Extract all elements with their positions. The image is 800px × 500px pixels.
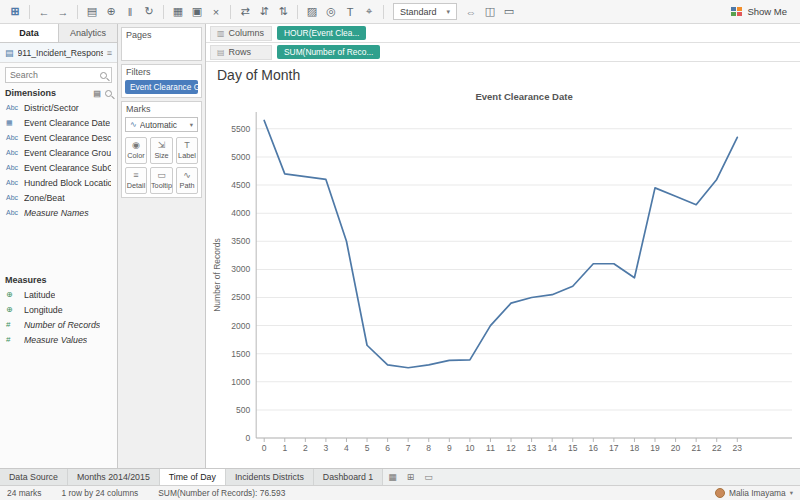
refresh-icon[interactable]: ↻ [140,3,158,21]
save-icon[interactable]: ▤ [83,3,101,21]
mark-button-label: Detail [127,181,146,190]
abc-icon: Abc [6,209,21,216]
tab-data-source[interactable]: Data Source [0,469,68,485]
undo-icon[interactable]: ← [35,3,53,21]
measure-field[interactable]: #Measure Values [0,332,117,347]
svg-text:10: 10 [465,443,475,453]
measures-header: Measures [0,272,117,287]
avatar [715,488,725,498]
dimension-field[interactable]: AbcHundred Block Location [0,175,117,190]
datasource-item[interactable]: ▤ 911_Incident_Respons... ≡ [0,43,117,63]
data-pane: Data Analytics ▤ 911_Incident_Respons...… [0,24,118,468]
filter-pill[interactable]: Event Clearance Grou... [125,80,198,94]
dimension-field[interactable]: AbcDistrict/Sector [0,100,117,115]
detail-button[interactable]: ≡Detail [125,167,147,194]
find-field-icon[interactable] [105,90,112,97]
pages-shelf[interactable]: Pages [121,27,202,61]
show-me-button[interactable]: Show Me [724,4,794,19]
dimension-field[interactable]: AbcZone/Beat [0,190,117,205]
svg-text:5: 5 [365,443,370,453]
number-icon: # [6,335,21,344]
pause-updates-icon[interactable]: ‖ [121,3,139,21]
swap-icon[interactable]: ⇄ [236,3,254,21]
label-button[interactable]: TLabel [176,137,198,164]
color-button[interactable]: ◉Color [125,137,147,164]
columns-shelf-label: ▥ Columns [210,26,272,41]
toolbar-icons: ⊞←→▤⊕‖↻▦▣×⇄⇵⇅▨◎T⌖Standard▾⇔◫▭ [6,3,518,21]
new-worksheet-tab-icon[interactable]: ▦ [383,469,402,485]
search-input[interactable] [10,70,100,80]
svg-text:1500: 1500 [231,349,250,359]
sort-descending-icon[interactable]: ⇅ [274,3,292,21]
field-label: Longitude [24,305,63,315]
svg-text:0: 0 [262,443,267,453]
chevron-down-icon: ▾ [447,8,451,16]
rows-pill[interactable]: SUM(Number of Reco... [277,45,380,59]
chart-area[interactable]: 0500100015002000250030003500400045005000… [206,88,800,468]
rows-label-text: Rows [229,47,252,57]
dimension-field[interactable]: AbcEvent Clearance SubGro... [0,160,117,175]
rows-shelf[interactable]: ▤ Rows SUM(Number of Reco... [206,43,800,62]
datasource-menu-icon[interactable]: ≡ [107,48,112,58]
size-button[interactable]: ⇲Size [150,137,173,164]
toolbar-separator [77,5,78,19]
svg-text:3500: 3500 [231,236,250,246]
dimension-field[interactable]: AbcEvent Clearance Group [0,145,117,160]
svg-text:19: 19 [650,443,660,453]
add-data-icon[interactable]: ⊕ [102,3,120,21]
tooltip-button[interactable]: ▭Tooltip [150,167,173,194]
tab-months-2014-2015[interactable]: Months 2014/2015 [68,469,160,485]
field-label: Number of Records [24,320,100,330]
tab-dashboard-1[interactable]: Dashboard 1 [314,469,383,485]
tableau-logo[interactable]: ⊞ [6,3,24,21]
size-icon: ⇲ [158,141,166,150]
datasource-name: 911_Incident_Respons... [18,48,103,58]
columns-shelf[interactable]: ▥ Columns HOUR(Event Clea... [206,24,800,43]
dimension-field[interactable]: ▦Event Clearance Date [0,115,117,130]
view-options-icon[interactable]: ▤ [93,89,101,98]
search-icon[interactable] [100,72,107,79]
tab-time-of-day[interactable]: Time of Day [160,469,226,485]
dimension-field[interactable]: AbcMeasure Names [0,205,117,220]
presentation-mode-icon[interactable]: ▭ [500,3,518,21]
redo-icon[interactable]: → [54,3,72,21]
fit-selector-label: Standard [400,7,437,17]
dimension-field[interactable]: AbcEvent Clearance Descrip... [0,130,117,145]
show-hide-cards-icon[interactable]: ◫ [481,3,499,21]
rows-shelf-label: ▤ Rows [210,45,272,60]
line-chart[interactable]: 0500100015002000250030003500400045005000… [206,88,800,468]
svg-text:2000: 2000 [231,321,250,331]
new-worksheet-icon[interactable]: ▦ [169,3,187,21]
new-dashboard-tab-icon[interactable]: ⊞ [402,469,420,485]
new-story-tab-icon[interactable]: ▭ [419,469,438,485]
group-members-icon[interactable]: ◎ [322,3,340,21]
mark-button-label: Color [127,151,144,160]
fit-width-icon[interactable]: ⇔ [462,3,480,21]
line-mark-icon: ∿ [130,120,137,129]
field-label: District/Sector [24,103,79,113]
fix-axes-icon[interactable]: ⌖ [360,3,378,21]
field-label: Measure Names [24,208,89,218]
path-button[interactable]: ∿Path [176,167,198,194]
tab-incidents-districts[interactable]: Incidents Districts [226,469,314,485]
abc-icon: Abc [6,164,21,171]
tab-data[interactable]: Data [0,24,59,42]
highlight-icon[interactable]: ▨ [303,3,321,21]
grid-size: 1 row by 24 columns [61,488,138,498]
clear-sheet-icon[interactable]: × [207,3,225,21]
svg-text:22: 22 [712,443,722,453]
sort-ascending-icon[interactable]: ⇵ [255,3,273,21]
user-menu[interactable]: Malia Imayama ▾ [715,488,793,498]
columns-pill[interactable]: HOUR(Event Clea... [277,26,366,40]
filters-shelf[interactable]: Filters Event Clearance Grou... [121,64,202,98]
duplicate-icon[interactable]: ▣ [188,3,206,21]
measure-field[interactable]: ⊕Longitude [0,302,117,317]
svg-text:4000: 4000 [231,208,250,218]
measure-field[interactable]: ⊕Latitude [0,287,117,302]
tab-analytics[interactable]: Analytics [59,24,117,42]
measure-field[interactable]: #Number of Records [0,317,117,332]
show-mark-labels-icon[interactable]: T [341,3,359,21]
sheet-title[interactable]: Day of Month [206,62,800,88]
fit-selector[interactable]: Standard▾ [393,3,457,20]
mark-type-dropdown[interactable]: ∿ Automatic ▾ [125,117,198,132]
